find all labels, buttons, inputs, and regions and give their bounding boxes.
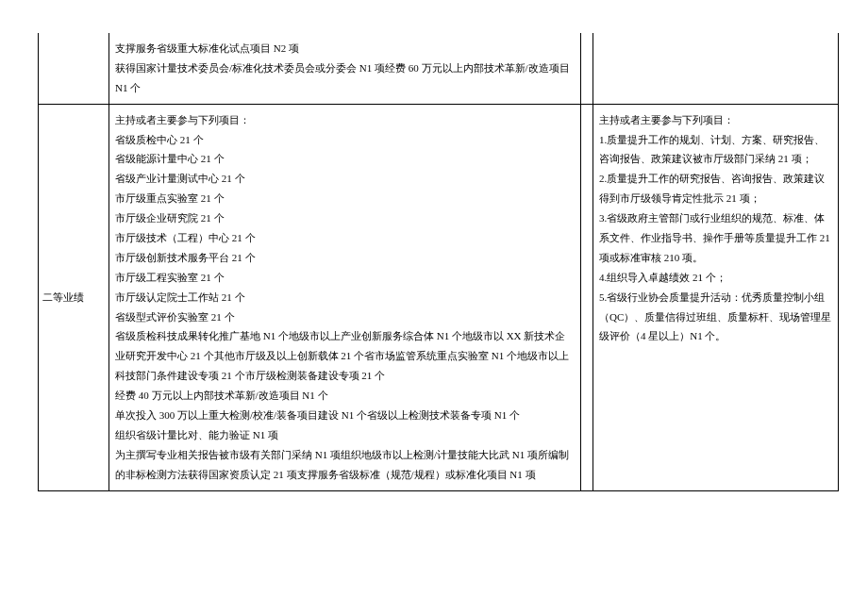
right-line: 1.质量提升工作的规划、计划、方案、研究报告、咨询报告、政策建议被市厅级部门采纳… [599,130,832,170]
left-line: 经费 40 万元以上内部技术革新/改造项目 N1 个 [115,386,575,406]
left-line: 市厅级重点实验室 21 个 [115,189,575,208]
top-label-cell [39,33,109,104]
right-line: 3.省级政府主管部门或行业组织的规范、标准、体系文件、作业指导书、操作手册等质量… [599,208,832,268]
left-line: 为主撰写专业相关报告被市级有关部门采纳 N1 项组织地级市以上检测/计量技能大比… [115,445,575,485]
right-content-cell: 主持或者主要参与下列项目： 1.质量提升工作的规划、计划、方案、研究报告、咨询报… [593,104,839,490]
left-line: 市厅级创新技术服务平台 21 个 [115,248,575,268]
right-line: 4.组织导入卓越绩效 21 个； [599,268,832,288]
document-table: 支撑服务省级重大标准化试点项目 N2 项 获得国家计量技术委员会/标准化技术委员… [38,33,839,491]
top-line-1: 支撑服务省级重大标准化试点项目 N2 项 [115,39,575,58]
label-cell: 二等业绩 [39,104,109,490]
top-main-cell: 支撑服务省级重大标准化试点项目 N2 项 获得国家计量技术委员会/标准化技术委员… [109,33,581,104]
left-line: 组织省级计量比对、能力验证 N1 项 [115,425,575,445]
left-line: 省级型式评价实验室 21 个 [115,307,575,327]
left-line: 省级质检科技成果转化推广基地 N1 个地级市以上产业创新服务综合体 N1 个地级… [115,326,575,386]
main-row: 二等业绩 主持或者主要参与下列项目： 省级质检中心 21 个 省级能源计量中心 … [39,104,839,490]
left-line: 市厅级工程实验室 21 个 [115,268,575,288]
left-line: 市厅级认定院士工作站 21 个 [115,288,575,307]
left-line: 市厅级技术（工程）中心 21 个 [115,228,575,248]
top-right-cell [593,33,839,104]
right-line: 2.质量提升工作的研究报告、咨询报告、政策建议得到市厅级领导肯定性批示 21 项… [599,169,832,208]
right-line: 5.省级行业协会质量提升活动：优秀质量控制小组（QC）、质量信得过班组、质量标杆… [599,288,832,347]
left-line: 单次投入 300 万以上重大检测/校准/装备项目建设 N1 个省级以上检测技术装… [115,406,575,425]
left-line: 省级能源计量中心 21 个 [115,149,575,169]
top-row: 支撑服务省级重大标准化试点项目 N2 项 获得国家计量技术委员会/标准化技术委员… [39,33,839,104]
empty-cell [581,104,593,490]
top-line-2: 获得国家计量技术委员会/标准化技术委员会或分委会 N1 项经费 60 万元以上内… [115,58,575,98]
left-line: 主持或者主要参与下列项目： [115,110,575,130]
left-line: 省级产业计量测试中心 21 个 [115,169,575,189]
left-line: 市厅级企业研究院 21 个 [115,208,575,228]
left-line: 省级质检中心 21 个 [115,130,575,150]
row-label: 二等业绩 [42,291,84,303]
right-line: 主持或者主要参与下列项目： [599,110,832,130]
top-empty-cell [581,33,593,104]
left-content-cell: 主持或者主要参与下列项目： 省级质检中心 21 个 省级能源计量中心 21 个 … [109,104,581,490]
